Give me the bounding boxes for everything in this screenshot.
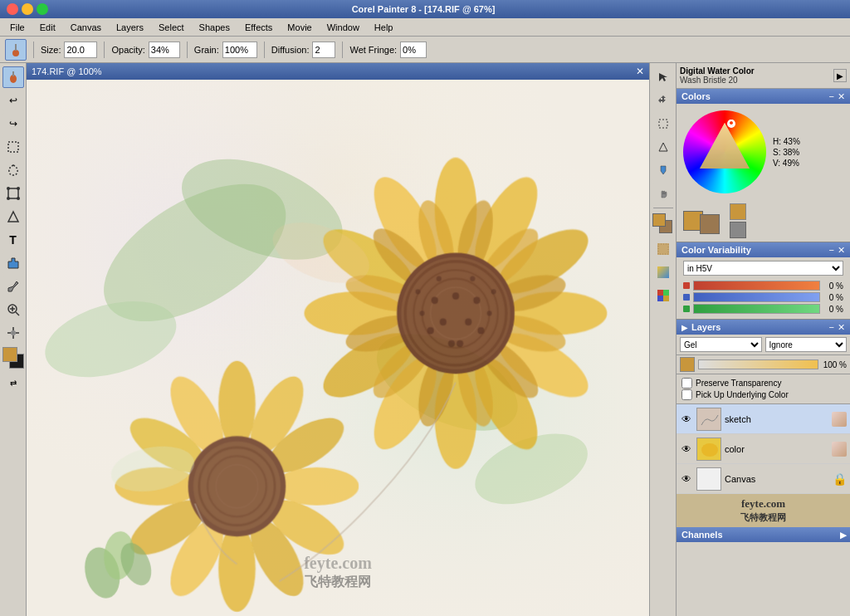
- colors-close-btn[interactable]: ✕: [838, 91, 845, 102]
- canvas-content[interactable]: feyte.com 飞特教程网: [27, 80, 649, 616]
- menu-file[interactable]: File: [3, 21, 32, 34]
- colors-panel: Colors − ✕: [677, 89, 850, 242]
- main-area: ↩ ↪ T ⇄: [0, 63, 850, 616]
- svg-rect-98: [663, 290, 669, 296]
- text-tool[interactable]: T: [2, 229, 24, 251]
- swap-colors[interactable]: ⇄: [2, 372, 24, 394]
- color-var-close[interactable]: ✕: [838, 245, 845, 256]
- feyte-watermark: feyte.com飞特教程网: [677, 494, 850, 527]
- colors-collapse-btn[interactable]: −: [829, 91, 834, 102]
- hue-slider[interactable]: [693, 281, 820, 291]
- size-input[interactable]: [64, 42, 97, 58]
- transform-tool[interactable]: [2, 183, 24, 204]
- color-wheel[interactable]: [683, 110, 766, 193]
- color-selector[interactable]: [2, 347, 24, 369]
- bucket-tool[interactable]: [652, 159, 674, 181]
- canvas-close-btn[interactable]: ✕: [636, 66, 644, 77]
- undo-tool[interactable]: ↩: [2, 90, 24, 111]
- pick-underlying-checkbox[interactable]: [681, 389, 692, 400]
- menu-help[interactable]: Help: [368, 21, 400, 34]
- layers-collapse-btn[interactable]: −: [829, 322, 834, 333]
- layer-item-color[interactable]: 👁 color: [677, 434, 850, 464]
- shape-tool-2[interactable]: [652, 136, 674, 158]
- composite-select[interactable]: Ignore Default: [765, 337, 848, 352]
- menu-select[interactable]: Select: [152, 21, 191, 34]
- layer-eye-color[interactable]: 👁: [680, 442, 693, 456]
- redo-tool[interactable]: ↪: [2, 113, 24, 134]
- eyedropper-tool[interactable]: [2, 276, 24, 297]
- layers-expand-btn[interactable]: ▶: [681, 323, 688, 332]
- layer-eye-sketch[interactable]: 👁: [680, 413, 693, 426]
- svg-point-8: [7, 197, 10, 200]
- layer-item-canvas[interactable]: 👁 Canvas 🔒: [677, 464, 850, 494]
- menu-layers[interactable]: Layers: [110, 21, 150, 34]
- close-button[interactable]: [7, 3, 18, 15]
- menu-canvas[interactable]: Canvas: [64, 21, 108, 34]
- maximize-button[interactable]: [37, 3, 48, 15]
- menu-window[interactable]: Window: [320, 21, 366, 34]
- shape-tool[interactable]: [2, 206, 24, 227]
- hue-var-value: 0 %: [823, 281, 843, 291]
- rect-select-tool[interactable]: [652, 113, 674, 134]
- pattern-btn[interactable]: [652, 285, 674, 306]
- diffusion-input[interactable]: [312, 42, 335, 58]
- layer-eye-canvas[interactable]: 👁: [680, 472, 693, 486]
- paint-tool[interactable]: [2, 66, 24, 88]
- svg-point-61: [427, 327, 433, 334]
- brush-name-area: Digital Water Color Wash Bristle 20: [680, 66, 830, 85]
- zoom-tool[interactable]: [2, 299, 24, 320]
- select-lasso-tool[interactable]: [2, 159, 24, 181]
- svg-rect-3: [12, 71, 14, 76]
- move-tool[interactable]: [652, 90, 674, 111]
- val-slider[interactable]: [693, 304, 820, 314]
- layer-item-sketch[interactable]: 👁 sketch: [677, 404, 850, 434]
- fill-tool[interactable]: [2, 252, 24, 274]
- background-swatch[interactable]: [700, 214, 720, 234]
- wet-fringe-input[interactable]: [400, 42, 427, 58]
- svg-point-60: [477, 327, 484, 334]
- svg-point-0: [12, 50, 19, 56]
- pick-underlying-row: Pick Up Underlying Color: [681, 389, 845, 400]
- paper-texture-btn[interactable]: [652, 238, 674, 260]
- minimize-button[interactable]: [22, 3, 33, 15]
- grain-input[interactable]: [222, 42, 257, 58]
- svg-point-50: [401, 257, 510, 369]
- main-color-swatch[interactable]: [730, 203, 746, 220]
- color-var-header: Color Variability − ✕: [677, 242, 850, 257]
- window-controls[interactable]: [7, 3, 48, 15]
- color-var-collapse[interactable]: −: [829, 245, 834, 256]
- channels-expand-icon[interactable]: ▶: [840, 530, 847, 540]
- hue-var-row: 0 %: [683, 281, 843, 291]
- gradient-btn[interactable]: [652, 262, 674, 283]
- brush-tool-btn[interactable]: [5, 39, 27, 61]
- layer-thumb-sketch: [696, 408, 721, 431]
- layers-opacity: 100 %: [677, 355, 850, 374]
- colors-title: Colors: [681, 91, 711, 101]
- blend-mode-select[interactable]: Gel Normal Multiply: [680, 337, 762, 352]
- color-squares[interactable]: [652, 213, 674, 235]
- pan-tool[interactable]: [2, 322, 24, 344]
- brush-dropdown-btn[interactable]: ▶: [833, 69, 847, 82]
- hand-tool[interactable]: [652, 183, 674, 204]
- color-wheel-container[interactable]: H: 43% S: 38% V: 49%: [677, 104, 850, 200]
- menu-movie[interactable]: Movie: [281, 21, 318, 34]
- opacity-slider[interactable]: [698, 359, 818, 369]
- extra-swatch-1[interactable]: [730, 222, 746, 238]
- opacity-input[interactable]: [149, 42, 180, 58]
- val-dot: [683, 306, 690, 312]
- preserve-transparency-checkbox[interactable]: [681, 378, 692, 389]
- layers-close-btn[interactable]: ✕: [838, 322, 845, 333]
- menu-edit[interactable]: Edit: [33, 21, 62, 34]
- channels-bar[interactable]: Channels ▶: [677, 527, 850, 542]
- menu-shapes[interactable]: Shapes: [193, 21, 237, 34]
- color-wheel-cursor[interactable]: [728, 120, 735, 126]
- svg-point-105: [701, 443, 718, 457]
- menu-effects[interactable]: Effects: [238, 21, 279, 34]
- layers-panel-header: ▶ Layers − ✕: [677, 320, 850, 335]
- select-arrow-tool[interactable]: [652, 66, 674, 88]
- select-rect-tool[interactable]: [2, 136, 24, 158]
- svg-point-64: [486, 310, 491, 315]
- val-var-value: 0 %: [823, 305, 843, 314]
- color-var-mode-select[interactable]: in H5V in HSL in RGB: [683, 261, 843, 276]
- sat-slider[interactable]: [693, 292, 820, 302]
